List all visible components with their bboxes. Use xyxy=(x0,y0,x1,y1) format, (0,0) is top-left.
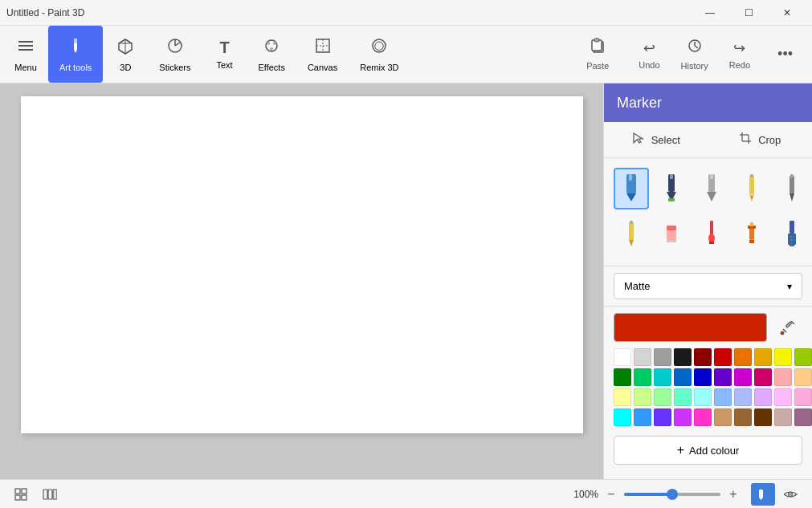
color-cell[interactable] xyxy=(654,408,671,426)
eye-mode-button[interactable] xyxy=(778,483,802,506)
zoom-slider[interactable] xyxy=(624,493,720,496)
color-cell[interactable] xyxy=(794,388,812,406)
svg-rect-46 xyxy=(790,174,794,177)
svg-rect-40 xyxy=(749,176,754,193)
color-cell[interactable] xyxy=(754,348,772,366)
add-colour-button[interactable]: + Add colour xyxy=(614,436,802,465)
redo-button[interactable]: ↪ Redo xyxy=(720,35,760,75)
brush-charcoal[interactable] xyxy=(774,168,810,209)
color-cell[interactable] xyxy=(734,368,752,386)
select-tool[interactable]: Select xyxy=(604,122,708,157)
brush-pencil[interactable] xyxy=(734,168,769,209)
brush-calligraphy[interactable] xyxy=(654,168,689,209)
color-cell[interactable] xyxy=(794,348,812,366)
toolbar-item-effects[interactable]: Effects xyxy=(247,26,296,83)
paste-button[interactable]: Paste xyxy=(577,33,618,75)
color-cell[interactable] xyxy=(634,368,651,386)
active-color-swatch[interactable] xyxy=(614,313,767,342)
color-cell[interactable] xyxy=(694,388,712,406)
maximize-button[interactable]: ☐ xyxy=(730,0,767,26)
brush-mode-button[interactable] xyxy=(751,483,775,506)
color-cell[interactable] xyxy=(654,348,671,366)
color-cell[interactable] xyxy=(754,408,772,426)
toolbar-item-stickers[interactable]: Stickers xyxy=(148,26,202,83)
panel-tools: Select Crop xyxy=(604,122,812,158)
svg-rect-1 xyxy=(18,45,33,47)
color-cell[interactable] xyxy=(634,348,651,366)
text-label: Text xyxy=(216,60,232,70)
canvas-area[interactable] xyxy=(0,83,603,479)
color-cell[interactable] xyxy=(614,368,631,386)
color-cell[interactable] xyxy=(654,368,671,386)
matte-dropdown[interactable]: Matte ▾ xyxy=(614,273,802,299)
color-cell[interactable] xyxy=(694,368,712,386)
color-cell[interactable] xyxy=(774,388,792,406)
brush-spray[interactable] xyxy=(734,214,769,256)
stickers-icon xyxy=(166,37,184,59)
svg-point-79 xyxy=(790,494,791,495)
color-cell[interactable] xyxy=(654,388,671,406)
color-cell[interactable] xyxy=(714,368,732,386)
toolbar-item-3d[interactable]: 3D xyxy=(103,26,148,83)
zoom-slider-thumb[interactable] xyxy=(667,489,678,500)
color-cell[interactable] xyxy=(734,348,752,366)
color-cell[interactable] xyxy=(614,348,631,366)
color-cell[interactable] xyxy=(674,408,692,426)
color-cell[interactable] xyxy=(794,408,812,426)
color-cell[interactable] xyxy=(694,408,712,426)
brush-marker[interactable] xyxy=(614,168,649,209)
brush-palette-knife[interactable] xyxy=(774,214,810,256)
color-cell[interactable] xyxy=(714,388,732,406)
undo-icon: ↩ xyxy=(643,39,655,57)
toolbar-item-remix3d[interactable]: Remix 3D xyxy=(349,26,410,83)
zoom-area: 100% − + xyxy=(573,486,741,502)
color-cell[interactable] xyxy=(614,388,631,406)
color-cell[interactable] xyxy=(774,408,792,426)
color-cell[interactable] xyxy=(754,368,772,386)
svg-rect-61 xyxy=(788,234,796,245)
color-cell[interactable] xyxy=(674,348,692,366)
color-cell[interactable] xyxy=(734,408,752,426)
undo-button[interactable]: ↩ Undo xyxy=(629,35,669,75)
titlebar: Untitled - Paint 3D — ☐ ✕ xyxy=(0,0,812,26)
brush-paintbrush[interactable] xyxy=(694,214,729,256)
brush-soft-pencil[interactable] xyxy=(614,214,649,256)
eyedropper-button[interactable] xyxy=(773,313,802,342)
toolbar-item-menu[interactable]: Menu xyxy=(3,26,48,83)
toolbar-item-art-tools[interactable]: Art tools xyxy=(48,26,103,83)
toolbar-item-canvas[interactable]: Canvas xyxy=(296,26,349,83)
svg-rect-49 xyxy=(630,221,633,224)
color-cell[interactable] xyxy=(674,368,692,386)
minimize-button[interactable]: — xyxy=(692,0,728,26)
thumbnail-view-button[interactable] xyxy=(10,483,32,506)
color-cell[interactable] xyxy=(634,408,651,426)
effects-label: Effects xyxy=(258,63,284,72)
drawing-canvas[interactable] xyxy=(21,96,583,433)
svg-point-13 xyxy=(267,42,270,45)
color-cell[interactable] xyxy=(754,388,772,406)
color-cell[interactable] xyxy=(714,348,732,366)
color-cell[interactable] xyxy=(634,388,651,406)
brush-eraser[interactable] xyxy=(654,214,689,256)
color-cell[interactable] xyxy=(794,368,812,386)
color-cell[interactable] xyxy=(734,388,752,406)
zoom-plus-button[interactable]: + xyxy=(725,486,741,502)
svg-point-68 xyxy=(781,331,784,335)
window-title: Untitled - Paint 3D xyxy=(6,7,84,18)
color-cell[interactable] xyxy=(714,408,732,426)
history-button[interactable]: History xyxy=(671,33,718,75)
color-cell[interactable] xyxy=(774,368,792,386)
more-button[interactable]: ••• xyxy=(761,36,809,72)
paste-label: Paste xyxy=(586,61,609,71)
color-cell[interactable] xyxy=(614,408,631,426)
filmstrip-view-button[interactable] xyxy=(39,483,61,506)
brush-oil[interactable] xyxy=(694,168,729,209)
color-cell[interactable] xyxy=(694,348,712,366)
crop-label: Crop xyxy=(758,134,781,146)
color-cell[interactable] xyxy=(774,348,792,366)
zoom-minus-button[interactable]: − xyxy=(603,486,619,502)
crop-tool[interactable]: Crop xyxy=(708,122,813,157)
toolbar-item-text[interactable]: T Text xyxy=(202,26,247,83)
color-cell[interactable] xyxy=(674,388,692,406)
close-button[interactable]: ✕ xyxy=(769,0,806,26)
